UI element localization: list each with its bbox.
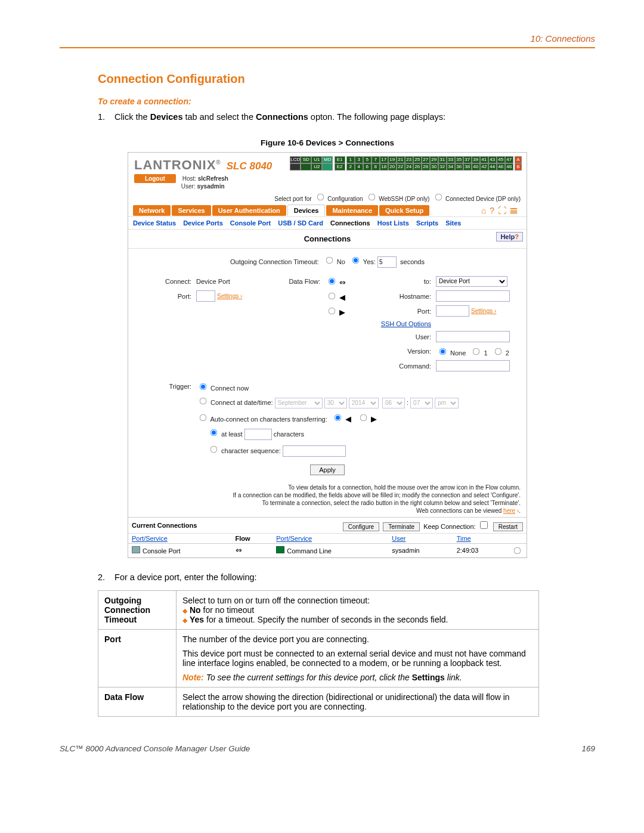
port-43[interactable]: 43: [488, 156, 497, 163]
auto-seq-input[interactable]: [283, 445, 346, 457]
left-settings-link[interactable]: Settings: [217, 293, 242, 299]
port-23[interactable]: 23: [405, 156, 413, 163]
right-port-input[interactable]: [436, 305, 469, 317]
port-29[interactable]: 29: [430, 156, 438, 163]
port-48[interactable]: 48: [505, 163, 513, 171]
cc-terminate-button[interactable]: Terminate: [383, 522, 420, 531]
subtab-sites[interactable]: Sites: [445, 219, 461, 227]
port-6[interactable]: 6: [363, 163, 371, 171]
port-31[interactable]: 31: [438, 156, 447, 163]
port-20[interactable]: 20: [388, 163, 397, 171]
port-26[interactable]: 26: [413, 163, 422, 171]
tab-maintenance[interactable]: Maintenance: [326, 205, 378, 216]
port-3[interactable]: 3: [355, 156, 363, 163]
web-connections-here-link[interactable]: here: [503, 507, 515, 514]
subtab-console-port[interactable]: Console Port: [230, 219, 271, 227]
ver-1[interactable]: 1: [469, 349, 487, 357]
grid-u2[interactable]: U2: [311, 163, 322, 171]
flow-left[interactable]: ◀: [325, 294, 345, 301]
port-40[interactable]: 40: [472, 163, 480, 171]
port-30[interactable]: 30: [430, 163, 438, 171]
logout-button[interactable]: Logout: [134, 174, 176, 183]
subtab-connections[interactable]: Connections: [330, 219, 370, 227]
port-46[interactable]: 46: [497, 163, 505, 171]
port-1[interactable]: 1: [346, 156, 355, 163]
subtab-scripts[interactable]: Scripts: [416, 219, 438, 227]
flow-right[interactable]: ▶: [325, 309, 345, 316]
cc-col-time[interactable]: Time: [453, 534, 507, 544]
subtab-host-lists[interactable]: Host Lists: [377, 219, 409, 227]
port-18[interactable]: 18: [380, 163, 388, 171]
cc-col-user[interactable]: User: [388, 534, 453, 544]
port-45[interactable]: 45: [497, 156, 505, 163]
port-grid[interactable]: LCDSDU1MD E1 135717192123252729313335373…: [290, 156, 522, 171]
auto-dir-right[interactable]: ▶: [357, 416, 377, 423]
ssh-out-options-link[interactable]: SSH Out Options: [381, 320, 431, 327]
ssh-command-input[interactable]: [436, 360, 510, 371]
auto-dir-left[interactable]: ◀: [331, 416, 351, 423]
oct-no[interactable]: No: [323, 258, 345, 265]
trigger-auto[interactable]: Auto-connect on characters transferring:: [196, 416, 327, 423]
port-7[interactable]: 7: [371, 156, 380, 163]
grid-sd[interactable]: SD: [301, 156, 311, 163]
cc-col-portservice2[interactable]: Port/Service: [273, 534, 388, 544]
selport-webssh[interactable]: WebSSH (DP only): [364, 196, 429, 202]
port-8[interactable]: 8: [371, 163, 380, 171]
port-21[interactable]: 21: [397, 156, 405, 163]
port-36[interactable]: 36: [455, 163, 463, 171]
apply-button[interactable]: Apply: [310, 465, 345, 475]
trigger-now[interactable]: Connect now: [196, 385, 249, 392]
port-34[interactable]: 34: [447, 163, 455, 171]
port-39[interactable]: 39: [472, 156, 480, 163]
port-47[interactable]: 47: [505, 156, 513, 163]
cc-row[interactable]: Console Port ⇔ Command Line sysadmin 2:4…: [128, 543, 527, 557]
tab-network[interactable]: Network: [133, 205, 171, 216]
port-25[interactable]: 25: [413, 156, 422, 163]
left-port-input[interactable]: [196, 290, 215, 302]
help-button[interactable]: Help?: [496, 232, 523, 241]
port-27[interactable]: 27: [422, 156, 430, 163]
home-icon[interactable]: ⌂: [481, 206, 490, 215]
cc-configure-button[interactable]: Configure: [343, 522, 379, 531]
header-icons[interactable]: ⌂?⛶☰: [481, 205, 522, 215]
auto-atleast-input[interactable]: [244, 429, 272, 440]
hostname-input[interactable]: [436, 290, 510, 302]
port-32[interactable]: 32: [438, 163, 447, 171]
port-4[interactable]: 4: [355, 163, 363, 171]
cc-col-portservice[interactable]: Port/Service: [128, 534, 232, 544]
oct-seconds-input[interactable]: [377, 256, 397, 268]
grid-cap-b[interactable]: B: [515, 163, 522, 171]
tab-services[interactable]: Services: [172, 205, 210, 216]
tab-devices[interactable]: Devices: [287, 205, 326, 216]
port-19[interactable]: 19: [388, 156, 397, 163]
ver-none[interactable]: None: [436, 349, 466, 357]
subtab-usb-sd-card[interactable]: USB / SD Card: [278, 219, 323, 227]
port-35[interactable]: 35: [455, 156, 463, 163]
grid-u1[interactable]: U1: [311, 156, 322, 163]
grid-md[interactable]: MD: [322, 156, 333, 163]
help-icon[interactable]: ?: [490, 206, 498, 215]
port-2[interactable]: 2: [346, 163, 355, 171]
tab-quick-setup[interactable]: Quick Setup: [379, 205, 429, 216]
port-17[interactable]: 17: [380, 156, 388, 163]
grid-e1[interactable]: E1: [335, 156, 345, 163]
auto-seq[interactable]: character sequence:: [207, 447, 281, 454]
grid-e2[interactable]: E2: [335, 163, 345, 171]
port-38[interactable]: 38: [463, 163, 472, 171]
ssh-user-input[interactable]: [436, 331, 510, 342]
trigger-datetime[interactable]: Connect at date/time:: [196, 399, 273, 406]
port-37[interactable]: 37: [463, 156, 472, 163]
auto-atleast[interactable]: at least: [207, 431, 243, 438]
port-5[interactable]: 5: [363, 156, 371, 163]
port-28[interactable]: 28: [422, 163, 430, 171]
grid-lcd[interactable]: LCD: [290, 156, 301, 163]
ver-2[interactable]: 2: [491, 349, 509, 357]
oct-yes[interactable]: Yes:: [349, 258, 376, 265]
expand-icon[interactable]: ⛶: [498, 206, 510, 215]
subtab-device-ports[interactable]: Device Ports: [183, 219, 223, 227]
tab-user-authentication[interactable]: User Authentication: [212, 205, 286, 216]
selport-conndev[interactable]: Connected Device (DP only): [431, 196, 521, 202]
port-24[interactable]: 24: [405, 163, 413, 171]
list-icon[interactable]: ☰: [510, 206, 522, 215]
port-41[interactable]: 41: [480, 156, 488, 163]
